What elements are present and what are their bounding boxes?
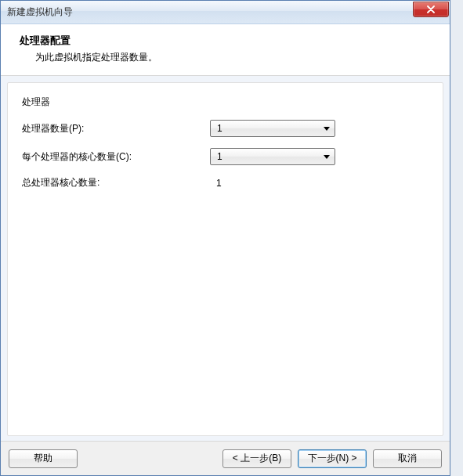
row-cores-per-cpu: 每个处理器的核心数量(C): 1 bbox=[22, 148, 429, 165]
dropdown-cpu-count-value: 1 bbox=[217, 123, 222, 134]
page-title: 处理器配置 bbox=[20, 34, 431, 48]
dropdown-cores-value: 1 bbox=[217, 151, 222, 162]
dropdown-cores-per-cpu[interactable]: 1 bbox=[210, 148, 335, 165]
label-cores-per-cpu: 每个处理器的核心数量(C): bbox=[22, 150, 210, 164]
label-cpu-count: 处理器数量(P): bbox=[22, 122, 210, 135]
row-total-cores: 总处理器核心数量: 1 bbox=[22, 176, 429, 189]
next-button[interactable]: 下一步(N) > bbox=[298, 449, 367, 468]
group-label-processors: 处理器 bbox=[22, 96, 429, 109]
header-panel: 处理器配置 为此虚拟机指定处理器数量。 bbox=[1, 24, 450, 76]
close-icon bbox=[427, 5, 435, 13]
label-total-cores: 总处理器核心数量: bbox=[22, 176, 210, 189]
help-button[interactable]: 帮助 bbox=[9, 449, 78, 468]
footer: 帮助 < 上一步(B) 下一步(N) > 取消 bbox=[1, 441, 450, 475]
footer-right: < 上一步(B) 下一步(N) > 取消 bbox=[222, 449, 442, 468]
back-button[interactable]: < 上一步(B) bbox=[222, 449, 291, 468]
titlebar: 新建虚拟机向导 bbox=[1, 1, 450, 24]
body-panel: 处理器 处理器数量(P): 1 每个处理器的核心数量(C): 1 总处理器核心数… bbox=[7, 82, 443, 436]
chevron-down-icon bbox=[324, 155, 330, 159]
window-title: 新建虚拟机向导 bbox=[7, 5, 73, 19]
close-button[interactable] bbox=[413, 2, 449, 17]
help-button-label: 帮助 bbox=[34, 452, 52, 465]
cancel-button-label: 取消 bbox=[398, 452, 417, 465]
chevron-down-icon bbox=[324, 127, 330, 131]
next-button-label: 下一步(N) > bbox=[308, 452, 357, 465]
page-subtitle: 为此虚拟机指定处理器数量。 bbox=[20, 51, 431, 64]
row-cpu-count: 处理器数量(P): 1 bbox=[22, 120, 429, 137]
dropdown-cpu-count[interactable]: 1 bbox=[210, 120, 335, 137]
back-button-label: < 上一步(B) bbox=[233, 452, 281, 465]
cancel-button[interactable]: 取消 bbox=[373, 449, 442, 468]
value-total-cores: 1 bbox=[210, 178, 222, 189]
wizard-window: 新建虚拟机向导 处理器配置 为此虚拟机指定处理器数量。 处理器 处理器数量(P)… bbox=[0, 0, 450, 476]
